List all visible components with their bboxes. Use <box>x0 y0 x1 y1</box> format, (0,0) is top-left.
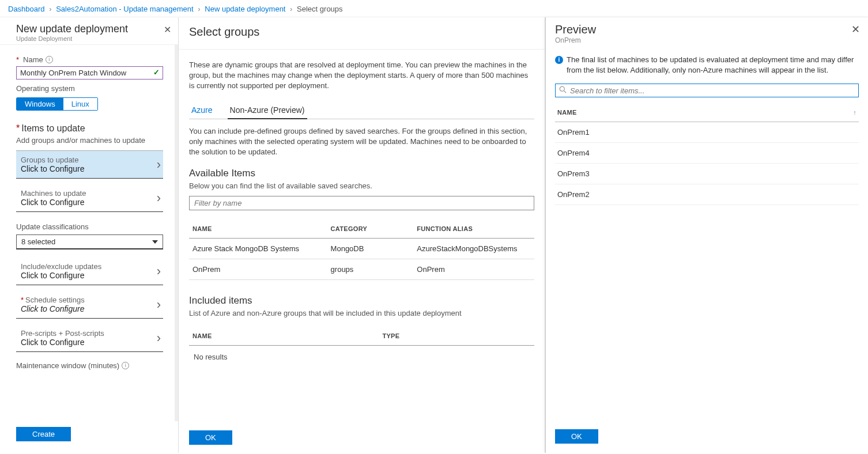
tab-description: You can include pre-defined groups defin… <box>189 126 534 158</box>
tab-non-azure[interactable]: Non-Azure (Preview) <box>228 102 307 119</box>
crumb-sep: › <box>49 5 51 13</box>
close-icon[interactable]: ✕ <box>851 23 860 36</box>
classif-dropdown[interactable]: 8 selected <box>16 234 163 249</box>
create-button[interactable]: Create <box>16 427 71 441</box>
available-table: NAME CATEGORY FUNCTION ALIAS Azure Stack… <box>189 220 534 280</box>
breadcrumb: Dashboard › Sales2Automation - Update ma… <box>0 0 868 17</box>
preview-table: NAME↑ OnPrem1 OnPrem4 OnPrem3 OnPrem2 <box>555 103 859 205</box>
svg-line-1 <box>564 91 567 93</box>
schedule-settings[interactable]: Schedule settings Click to Configure <box>16 291 163 319</box>
name-label: Name i <box>16 55 163 64</box>
check-icon: ✓ <box>153 68 160 77</box>
crumb-2[interactable]: New update deployment <box>205 5 285 13</box>
classif-label: Update classifications <box>16 222 163 231</box>
items-header: Items to update <box>16 123 163 134</box>
list-item[interactable]: OnPrem2 <box>555 184 859 205</box>
search-input[interactable] <box>570 86 855 95</box>
left-title: New update deployment <box>16 23 170 35</box>
preview-col-name[interactable]: NAME↑ <box>555 103 859 122</box>
info-icon[interactable]: i <box>122 362 129 369</box>
preview-subtitle: OnPrem <box>555 36 859 44</box>
no-results: No results <box>189 346 534 368</box>
ok-button[interactable]: OK <box>189 430 232 445</box>
crumb-sep: › <box>290 5 292 13</box>
included-title: Included items <box>189 295 534 307</box>
left-panel: ✕ New update deployment Update Deploymen… <box>0 17 179 453</box>
crumb-1[interactable]: Sales2Automation - Update management <box>56 5 193 13</box>
pre-post-scripts[interactable]: Pre-scripts + Post-scripts Click to Conf… <box>16 324 163 352</box>
items-sub: Add groups and/or machines to update <box>16 136 163 145</box>
mid-description: These are dynamic groups that are resolv… <box>189 60 534 92</box>
preview-title: Preview <box>555 23 859 36</box>
search-icon <box>559 86 567 95</box>
chevron-right-icon <box>157 191 161 206</box>
chevron-down-icon <box>152 240 158 244</box>
chevron-right-icon <box>157 297 161 312</box>
incl-col-type[interactable]: TYPE <box>379 327 534 346</box>
right-panel: ✕ Preview OnPrem i The final list of mac… <box>545 17 868 453</box>
chevron-right-icon <box>157 264 161 279</box>
available-title: Available Items <box>189 168 534 179</box>
info-icon[interactable]: i <box>46 56 53 63</box>
close-icon[interactable]: ✕ <box>164 24 171 35</box>
included-table: NAME TYPE <box>189 327 534 346</box>
tab-azure[interactable]: Azure <box>189 102 215 119</box>
list-item[interactable]: OnPrem4 <box>555 143 859 164</box>
list-item[interactable]: OnPrem3 <box>555 164 859 184</box>
preview-notice: i The final list of machines to be updat… <box>555 55 859 75</box>
include-exclude[interactable]: Include/exclude updates Click to Configu… <box>16 258 163 285</box>
crumb-current: Select groups <box>297 5 343 13</box>
chevron-right-icon <box>157 157 161 172</box>
maint-label: Maintenance window (minutes) i <box>16 361 163 370</box>
included-sub: List of Azure and non-Azure groups that … <box>189 309 534 317</box>
mid-title: Select groups <box>179 17 545 50</box>
search-box[interactable] <box>555 84 859 97</box>
crumb-0[interactable]: Dashboard <box>8 5 45 13</box>
os-windows[interactable]: Windows <box>17 98 63 110</box>
available-sub: Below you can find the list of available… <box>189 181 534 190</box>
ok-button[interactable]: OK <box>555 429 598 444</box>
groups-to-update[interactable]: Groups to update Click to Configure <box>16 150 163 179</box>
col-alias[interactable]: FUNCTION ALIAS <box>413 220 534 239</box>
name-input[interactable] <box>16 66 163 80</box>
info-icon: i <box>555 56 563 64</box>
incl-col-name[interactable]: NAME <box>189 327 379 346</box>
os-linux[interactable]: Linux <box>63 98 97 110</box>
os-toggle: Windows Linux <box>16 97 98 111</box>
os-label: Operating system <box>16 84 163 93</box>
table-row[interactable]: OnPrem groups OnPrem <box>189 259 534 280</box>
sort-icon[interactable]: ↑ <box>853 109 856 116</box>
tabs: Azure Non-Azure (Preview) <box>189 102 534 119</box>
machines-to-update[interactable]: Machines to update Click to Configure <box>16 184 163 212</box>
left-subtitle: Update Deployment <box>16 35 170 42</box>
col-category[interactable]: CATEGORY <box>327 220 414 239</box>
middle-panel: Select groups These are dynamic groups t… <box>179 17 545 453</box>
col-name[interactable]: NAME <box>189 220 327 239</box>
svg-point-0 <box>560 87 564 92</box>
table-row[interactable]: Azure Stack MongoDB Systems MongoDB Azur… <box>189 239 534 259</box>
list-item[interactable]: OnPrem1 <box>555 122 859 143</box>
crumb-sep: › <box>198 5 200 13</box>
filter-input[interactable] <box>189 196 534 210</box>
chevron-right-icon <box>157 331 161 346</box>
